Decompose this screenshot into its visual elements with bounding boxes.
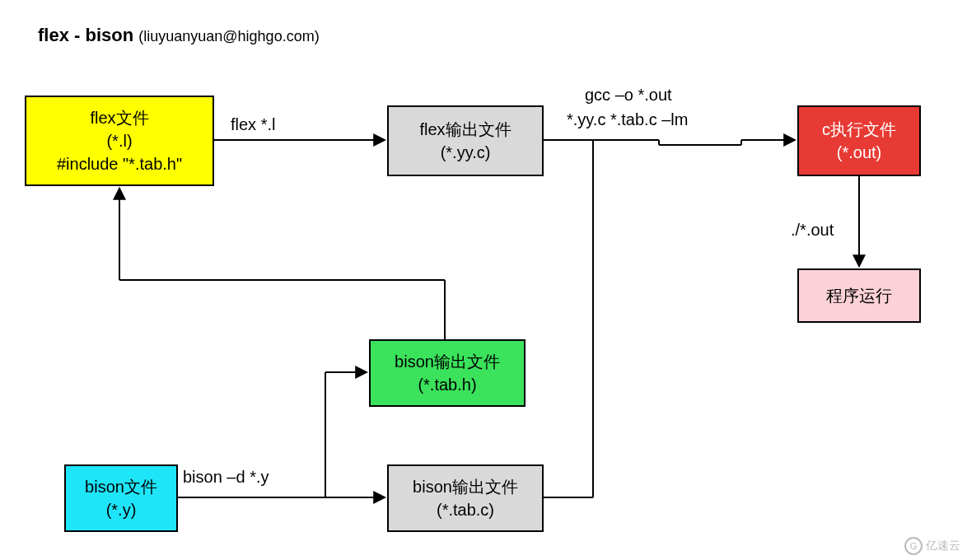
- title-sub: (liuyuanyuan@highgo.com): [138, 28, 319, 44]
- edge-label-gcc-line1: gcc –o *.out: [585, 86, 672, 105]
- title-main: flex - bison: [38, 25, 133, 45]
- node-flex-file: flex文件 (*.l) #include "*.tab.h": [25, 96, 214, 186]
- node-text: bison输出文件: [395, 350, 500, 373]
- node-text: (*.tab.h): [418, 373, 476, 396]
- node-bison-output-h: bison输出文件 (*.tab.h): [369, 339, 526, 407]
- node-text: c执行文件: [822, 118, 896, 141]
- node-text: flex文件: [90, 106, 148, 129]
- node-text: 程序运行: [826, 284, 892, 307]
- node-bison-file: bison文件 (*.y): [64, 464, 178, 532]
- node-text: bison文件: [85, 475, 157, 498]
- node-text: #include "*.tab.h": [57, 152, 182, 175]
- node-text: (*.out): [837, 141, 881, 164]
- node-text: (*.l): [106, 129, 132, 152]
- node-text: flex输出文件: [419, 118, 511, 141]
- watermark-text: 亿速云: [926, 539, 960, 553]
- node-text: (*.yy.c): [441, 141, 491, 164]
- node-c-exec: c执行文件 (*.out): [797, 105, 921, 176]
- node-text: (*.tab.c): [437, 498, 494, 521]
- edge-label-run: ./*.out: [791, 221, 834, 240]
- edge-label-flex: flex *.l: [231, 115, 275, 134]
- node-bison-output-c: bison输出文件 (*.tab.c): [387, 464, 544, 532]
- watermark-icon: G: [904, 537, 923, 555]
- node-text: (*.y): [106, 498, 137, 521]
- diagram-title: flex - bison (liuyuanyuan@highgo.com): [38, 25, 320, 46]
- watermark: G 亿速云: [904, 537, 960, 555]
- node-program-run: 程序运行: [797, 268, 921, 323]
- node-text: bison输出文件: [413, 475, 518, 498]
- node-flex-output: flex输出文件 (*.yy.c): [387, 105, 544, 176]
- edge-label-gcc-line2: *.yy.c *.tab.c –lm: [567, 110, 688, 129]
- edge-label-bison: bison –d *.y: [183, 468, 269, 487]
